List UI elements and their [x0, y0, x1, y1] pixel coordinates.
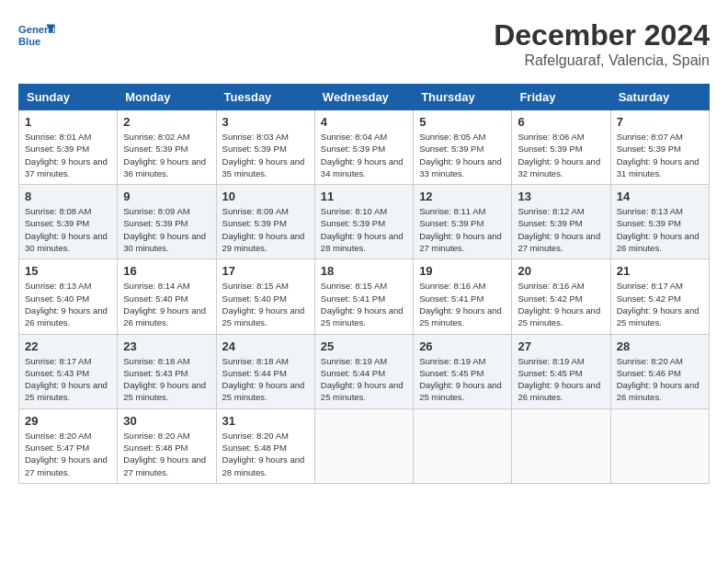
- day-number: 15: [25, 264, 111, 278]
- calendar-cell: 16 Sunrise: 8:14 AM Sunset: 5:40 PM Dayl…: [118, 259, 216, 334]
- header-thursday: Thursday: [414, 85, 512, 110]
- day-number: 30: [123, 414, 210, 428]
- calendar-cell: 6 Sunrise: 8:06 AM Sunset: 5:39 PM Dayli…: [512, 110, 610, 185]
- day-info: Sunrise: 8:20 AM Sunset: 5:48 PM Dayligh…: [123, 430, 210, 478]
- calendar-cell: 5 Sunrise: 8:05 AM Sunset: 5:39 PM Dayli…: [414, 110, 512, 185]
- calendar-cell: 29 Sunrise: 8:20 AM Sunset: 5:47 PM Dayl…: [19, 408, 118, 483]
- day-number: 31: [222, 414, 309, 428]
- calendar-cell: 14 Sunrise: 8:13 AM Sunset: 5:39 PM Dayl…: [610, 185, 709, 259]
- day-info: Sunrise: 8:19 AM Sunset: 5:45 PM Dayligh…: [419, 355, 506, 404]
- day-info: Sunrise: 8:07 AM Sunset: 5:39 PM Dayligh…: [617, 131, 703, 179]
- header-friday: Friday: [512, 85, 610, 110]
- day-number: 22: [25, 339, 111, 353]
- calendar-cell: 20 Sunrise: 8:16 AM Sunset: 5:42 PM Dayl…: [512, 259, 610, 334]
- calendar-cell: 23 Sunrise: 8:18 AM Sunset: 5:43 PM Dayl…: [118, 334, 216, 408]
- day-number: 14: [617, 190, 703, 203]
- day-info: Sunrise: 8:20 AM Sunset: 5:47 PM Dayligh…: [25, 430, 111, 478]
- day-info: Sunrise: 8:16 AM Sunset: 5:42 PM Dayligh…: [518, 280, 604, 328]
- day-number: 3: [222, 115, 309, 129]
- day-number: 9: [123, 190, 210, 203]
- week-row-1: 1 Sunrise: 8:01 AM Sunset: 5:39 PM Dayli…: [19, 110, 710, 185]
- day-number: 21: [617, 264, 703, 278]
- day-number: 2: [123, 115, 210, 129]
- week-row-2: 8 Sunrise: 8:08 AM Sunset: 5:39 PM Dayli…: [19, 185, 710, 259]
- day-number: 24: [222, 339, 309, 353]
- calendar-cell: 10 Sunrise: 8:09 AM Sunset: 5:39 PM Dayl…: [216, 185, 314, 259]
- svg-text:Blue: Blue: [18, 36, 40, 47]
- calendar-cell: [414, 408, 512, 483]
- header-tuesday: Tuesday: [216, 85, 314, 110]
- header-sunday: Sunday: [19, 85, 118, 110]
- day-info: Sunrise: 8:06 AM Sunset: 5:39 PM Dayligh…: [518, 131, 604, 179]
- day-number: 6: [518, 115, 604, 129]
- day-info: Sunrise: 8:13 AM Sunset: 5:39 PM Dayligh…: [617, 205, 703, 254]
- calendar-cell: 28 Sunrise: 8:20 AM Sunset: 5:46 PM Dayl…: [610, 334, 709, 408]
- day-info: Sunrise: 8:14 AM Sunset: 5:40 PM Dayligh…: [123, 280, 210, 328]
- title-block: December 2024 Rafelguaraf, Valencia, Spa…: [494, 18, 710, 69]
- day-number: 25: [321, 339, 407, 353]
- day-number: 4: [321, 115, 407, 129]
- header-monday: Monday: [118, 85, 216, 110]
- day-number: 29: [25, 414, 111, 428]
- calendar-cell: 4 Sunrise: 8:04 AM Sunset: 5:39 PM Dayli…: [314, 110, 413, 185]
- calendar-cell: 21 Sunrise: 8:17 AM Sunset: 5:42 PM Dayl…: [610, 259, 709, 334]
- day-info: Sunrise: 8:20 AM Sunset: 5:48 PM Dayligh…: [222, 430, 309, 478]
- calendar-cell: 1 Sunrise: 8:01 AM Sunset: 5:39 PM Dayli…: [19, 110, 118, 185]
- calendar-cell: 30 Sunrise: 8:20 AM Sunset: 5:48 PM Dayl…: [118, 408, 216, 483]
- day-info: Sunrise: 8:09 AM Sunset: 5:39 PM Dayligh…: [222, 205, 309, 254]
- calendar-cell: 19 Sunrise: 8:16 AM Sunset: 5:41 PM Dayl…: [414, 259, 512, 334]
- day-number: 5: [419, 115, 506, 129]
- day-info: Sunrise: 8:01 AM Sunset: 5:39 PM Dayligh…: [25, 131, 111, 179]
- day-info: Sunrise: 8:11 AM Sunset: 5:39 PM Dayligh…: [419, 205, 506, 254]
- calendar-cell: 12 Sunrise: 8:11 AM Sunset: 5:39 PM Dayl…: [414, 185, 512, 259]
- calendar-cell: 9 Sunrise: 8:09 AM Sunset: 5:39 PM Dayli…: [118, 185, 216, 259]
- calendar-cell: 31 Sunrise: 8:20 AM Sunset: 5:48 PM Dayl…: [216, 408, 314, 483]
- logo: General Blue: [18, 18, 59, 55]
- day-info: Sunrise: 8:10 AM Sunset: 5:39 PM Dayligh…: [321, 205, 407, 254]
- day-info: Sunrise: 8:04 AM Sunset: 5:39 PM Dayligh…: [321, 131, 407, 179]
- calendar-cell: 2 Sunrise: 8:02 AM Sunset: 5:39 PM Dayli…: [118, 110, 216, 185]
- day-info: Sunrise: 8:12 AM Sunset: 5:39 PM Dayligh…: [518, 205, 604, 254]
- calendar-cell: 11 Sunrise: 8:10 AM Sunset: 5:39 PM Dayl…: [314, 185, 413, 259]
- day-number: 27: [518, 339, 604, 353]
- calendar-cell: 15 Sunrise: 8:13 AM Sunset: 5:40 PM Dayl…: [19, 259, 118, 334]
- day-number: 7: [617, 115, 703, 129]
- calendar-cell: 27 Sunrise: 8:19 AM Sunset: 5:45 PM Dayl…: [512, 334, 610, 408]
- day-number: 18: [321, 264, 407, 278]
- weekday-header-row: SundayMondayTuesdayWednesdayThursdayFrid…: [19, 85, 710, 110]
- day-info: Sunrise: 8:08 AM Sunset: 5:39 PM Dayligh…: [25, 205, 111, 254]
- day-number: 8: [25, 190, 111, 203]
- calendar-cell: 25 Sunrise: 8:19 AM Sunset: 5:44 PM Dayl…: [314, 334, 413, 408]
- week-row-4: 22 Sunrise: 8:17 AM Sunset: 5:43 PM Dayl…: [19, 334, 710, 408]
- calendar-cell: [610, 408, 709, 483]
- day-number: 23: [123, 339, 210, 353]
- day-info: Sunrise: 8:19 AM Sunset: 5:44 PM Dayligh…: [321, 355, 407, 404]
- calendar-cell: 26 Sunrise: 8:19 AM Sunset: 5:45 PM Dayl…: [414, 334, 512, 408]
- calendar-cell: 22 Sunrise: 8:17 AM Sunset: 5:43 PM Dayl…: [19, 334, 118, 408]
- calendar-cell: 13 Sunrise: 8:12 AM Sunset: 5:39 PM Dayl…: [512, 185, 610, 259]
- header-wednesday: Wednesday: [314, 85, 413, 110]
- day-number: 13: [518, 190, 604, 203]
- calendar-table: SundayMondayTuesdayWednesdayThursdayFrid…: [18, 84, 710, 484]
- day-info: Sunrise: 8:09 AM Sunset: 5:39 PM Dayligh…: [123, 205, 210, 254]
- calendar-cell: 3 Sunrise: 8:03 AM Sunset: 5:39 PM Dayli…: [216, 110, 314, 185]
- day-info: Sunrise: 8:13 AM Sunset: 5:40 PM Dayligh…: [25, 280, 111, 328]
- calendar-cell: 17 Sunrise: 8:15 AM Sunset: 5:40 PM Dayl…: [216, 259, 314, 334]
- calendar-cell: 7 Sunrise: 8:07 AM Sunset: 5:39 PM Dayli…: [610, 110, 709, 185]
- header-saturday: Saturday: [610, 85, 709, 110]
- day-number: 17: [222, 264, 309, 278]
- day-info: Sunrise: 8:03 AM Sunset: 5:39 PM Dayligh…: [222, 131, 309, 179]
- header: General Blue December 2024 Rafelguaraf, …: [18, 18, 710, 69]
- day-info: Sunrise: 8:19 AM Sunset: 5:45 PM Dayligh…: [518, 355, 604, 404]
- day-info: Sunrise: 8:18 AM Sunset: 5:43 PM Dayligh…: [123, 355, 210, 404]
- day-number: 16: [123, 264, 210, 278]
- day-info: Sunrise: 8:02 AM Sunset: 5:39 PM Dayligh…: [123, 131, 210, 179]
- calendar-cell: [314, 408, 413, 483]
- calendar-subtitle: Rafelguaraf, Valencia, Spain: [494, 52, 710, 69]
- day-number: 20: [518, 264, 604, 278]
- calendar-title: December 2024: [494, 18, 710, 52]
- day-info: Sunrise: 8:17 AM Sunset: 5:43 PM Dayligh…: [25, 355, 111, 404]
- day-number: 1: [25, 115, 111, 129]
- day-info: Sunrise: 8:15 AM Sunset: 5:41 PM Dayligh…: [321, 280, 407, 328]
- day-number: 26: [419, 339, 506, 353]
